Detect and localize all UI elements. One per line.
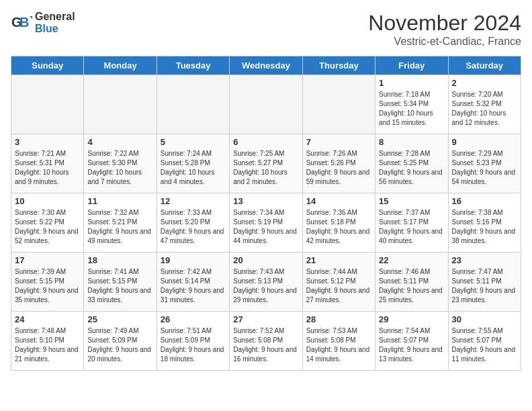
cell-4-0: 24Sunrise: 7:48 AM Sunset: 5:10 PM Dayli… <box>11 312 84 371</box>
day-number: 15 <box>379 196 444 206</box>
day-info: Sunrise: 7:26 AM Sunset: 5:26 PM Dayligh… <box>306 149 371 187</box>
day-number: 27 <box>233 314 298 324</box>
cell-3-2: 19Sunrise: 7:42 AM Sunset: 5:14 PM Dayli… <box>157 253 229 312</box>
day-info: Sunrise: 7:47 AM Sunset: 5:11 PM Dayligh… <box>452 267 517 305</box>
day-info: Sunrise: 7:52 AM Sunset: 5:08 PM Dayligh… <box>233 326 298 364</box>
day-number: 19 <box>161 255 226 265</box>
cell-0-1 <box>84 75 157 134</box>
day-number: 10 <box>15 196 80 206</box>
day-info: Sunrise: 7:41 AM Sunset: 5:15 PM Dayligh… <box>87 267 152 305</box>
day-info: Sunrise: 7:44 AM Sunset: 5:12 PM Dayligh… <box>306 267 371 305</box>
cell-3-0: 17Sunrise: 7:39 AM Sunset: 5:15 PM Dayli… <box>11 253 84 312</box>
cell-1-1: 4Sunrise: 7:22 AM Sunset: 5:30 PM Daylig… <box>84 134 157 193</box>
day-info: Sunrise: 7:33 AM Sunset: 5:20 PM Dayligh… <box>161 208 226 246</box>
day-info: Sunrise: 7:28 AM Sunset: 5:25 PM Dayligh… <box>379 149 444 187</box>
day-info: Sunrise: 7:53 AM Sunset: 5:08 PM Dayligh… <box>306 326 371 364</box>
cell-1-3: 6Sunrise: 7:25 AM Sunset: 5:27 PM Daylig… <box>230 134 302 193</box>
day-info: Sunrise: 7:43 AM Sunset: 5:13 PM Dayligh… <box>233 267 298 305</box>
day-number: 8 <box>379 137 444 147</box>
cell-4-3: 27Sunrise: 7:52 AM Sunset: 5:08 PM Dayli… <box>230 312 302 371</box>
cell-1-6: 9Sunrise: 7:29 AM Sunset: 5:23 PM Daylig… <box>448 134 521 193</box>
day-info: Sunrise: 7:20 AM Sunset: 5:32 PM Dayligh… <box>452 90 517 128</box>
cell-1-2: 5Sunrise: 7:24 AM Sunset: 5:28 PM Daylig… <box>157 134 229 193</box>
day-number: 30 <box>452 314 517 324</box>
cell-4-5: 29Sunrise: 7:54 AM Sunset: 5:07 PM Dayli… <box>375 312 448 371</box>
svg-marker-2 <box>30 16 32 19</box>
day-info: Sunrise: 7:38 AM Sunset: 5:16 PM Dayligh… <box>452 208 517 246</box>
week-row-1: 1Sunrise: 7:18 AM Sunset: 5:34 PM Daylig… <box>11 75 521 134</box>
day-number: 25 <box>87 314 152 324</box>
day-number: 16 <box>452 196 517 206</box>
day-info: Sunrise: 7:39 AM Sunset: 5:15 PM Dayligh… <box>15 267 80 305</box>
col-sunday: Sunday <box>11 56 84 75</box>
cell-1-4: 7Sunrise: 7:26 AM Sunset: 5:26 PM Daylig… <box>302 134 375 193</box>
day-info: Sunrise: 7:54 AM Sunset: 5:07 PM Dayligh… <box>379 326 444 364</box>
day-number: 22 <box>379 255 444 265</box>
calendar-table: Sunday Monday Tuesday Wednesday Thursday… <box>11 56 521 371</box>
day-number: 23 <box>452 255 517 265</box>
col-monday: Monday <box>84 56 157 75</box>
cell-0-4 <box>302 75 375 134</box>
cell-2-3: 13Sunrise: 7:34 AM Sunset: 5:19 PM Dayli… <box>230 193 302 253</box>
day-info: Sunrise: 7:30 AM Sunset: 5:22 PM Dayligh… <box>15 208 80 246</box>
day-info: Sunrise: 7:36 AM Sunset: 5:18 PM Dayligh… <box>306 208 371 246</box>
day-number: 21 <box>306 255 371 265</box>
cell-4-2: 26Sunrise: 7:51 AM Sunset: 5:09 PM Dayli… <box>157 312 229 371</box>
week-row-5: 24Sunrise: 7:48 AM Sunset: 5:10 PM Dayli… <box>11 312 521 371</box>
day-info: Sunrise: 7:48 AM Sunset: 5:10 PM Dayligh… <box>15 326 80 364</box>
cell-4-1: 25Sunrise: 7:49 AM Sunset: 5:09 PM Dayli… <box>84 312 157 371</box>
day-number: 6 <box>233 137 298 147</box>
col-tuesday: Tuesday <box>157 56 229 75</box>
day-info: Sunrise: 7:42 AM Sunset: 5:14 PM Dayligh… <box>161 267 226 305</box>
week-row-4: 17Sunrise: 7:39 AM Sunset: 5:15 PM Dayli… <box>11 253 521 312</box>
day-number: 29 <box>379 314 444 324</box>
day-number: 4 <box>87 137 152 147</box>
cell-0-0 <box>11 75 84 134</box>
cell-3-4: 21Sunrise: 7:44 AM Sunset: 5:12 PM Dayli… <box>302 253 375 312</box>
day-info: Sunrise: 7:32 AM Sunset: 5:21 PM Dayligh… <box>87 208 152 246</box>
day-number: 11 <box>87 196 152 206</box>
header-row: Sunday Monday Tuesday Wednesday Thursday… <box>11 56 521 75</box>
cell-2-1: 11Sunrise: 7:32 AM Sunset: 5:21 PM Dayli… <box>84 193 157 253</box>
day-info: Sunrise: 7:55 AM Sunset: 5:07 PM Dayligh… <box>452 326 517 364</box>
cell-2-2: 12Sunrise: 7:33 AM Sunset: 5:20 PM Dayli… <box>157 193 229 253</box>
day-number: 26 <box>161 314 226 324</box>
day-number: 7 <box>306 137 371 147</box>
cell-4-4: 28Sunrise: 7:53 AM Sunset: 5:08 PM Dayli… <box>302 312 375 371</box>
cell-3-1: 18Sunrise: 7:41 AM Sunset: 5:15 PM Dayli… <box>84 253 157 312</box>
svg-text:B: B <box>19 15 29 30</box>
day-number: 12 <box>161 196 226 206</box>
title-area: November 2024 Vestric-et-Candiac, France <box>368 11 521 48</box>
cell-3-6: 23Sunrise: 7:47 AM Sunset: 5:11 PM Dayli… <box>448 253 521 312</box>
day-info: Sunrise: 7:18 AM Sunset: 5:34 PM Dayligh… <box>379 90 444 128</box>
cell-0-5: 1Sunrise: 7:18 AM Sunset: 5:34 PM Daylig… <box>375 75 448 134</box>
day-number: 1 <box>379 78 444 88</box>
cell-1-0: 3Sunrise: 7:21 AM Sunset: 5:31 PM Daylig… <box>11 134 84 193</box>
logo: G B General Blue <box>11 11 75 34</box>
day-number: 17 <box>15 255 80 265</box>
day-number: 9 <box>452 137 517 147</box>
day-number: 28 <box>306 314 371 324</box>
day-info: Sunrise: 7:46 AM Sunset: 5:11 PM Dayligh… <box>379 267 444 305</box>
day-number: 5 <box>161 137 226 147</box>
col-thursday: Thursday <box>302 56 375 75</box>
cell-4-6: 30Sunrise: 7:55 AM Sunset: 5:07 PM Dayli… <box>448 312 521 371</box>
col-saturday: Saturday <box>448 56 521 75</box>
day-info: Sunrise: 7:29 AM Sunset: 5:23 PM Dayligh… <box>452 149 517 187</box>
week-row-3: 10Sunrise: 7:30 AM Sunset: 5:22 PM Dayli… <box>11 193 521 253</box>
cell-2-0: 10Sunrise: 7:30 AM Sunset: 5:22 PM Dayli… <box>11 193 84 253</box>
day-number: 13 <box>233 196 298 206</box>
cell-3-3: 20Sunrise: 7:43 AM Sunset: 5:13 PM Dayli… <box>230 253 302 312</box>
col-friday: Friday <box>375 56 448 75</box>
cell-1-5: 8Sunrise: 7:28 AM Sunset: 5:25 PM Daylig… <box>375 134 448 193</box>
day-info: Sunrise: 7:49 AM Sunset: 5:09 PM Dayligh… <box>87 326 152 364</box>
col-wednesday: Wednesday <box>230 56 302 75</box>
day-info: Sunrise: 7:51 AM Sunset: 5:09 PM Dayligh… <box>161 326 226 364</box>
logo-svg: G B <box>11 12 32 34</box>
day-info: Sunrise: 7:37 AM Sunset: 5:17 PM Dayligh… <box>379 208 444 246</box>
week-row-2: 3Sunrise: 7:21 AM Sunset: 5:31 PM Daylig… <box>11 134 521 193</box>
location-title: Vestric-et-Candiac, France <box>368 36 521 48</box>
day-info: Sunrise: 7:21 AM Sunset: 5:31 PM Dayligh… <box>15 149 80 187</box>
day-number: 2 <box>452 78 517 88</box>
month-title: November 2024 <box>368 11 521 36</box>
